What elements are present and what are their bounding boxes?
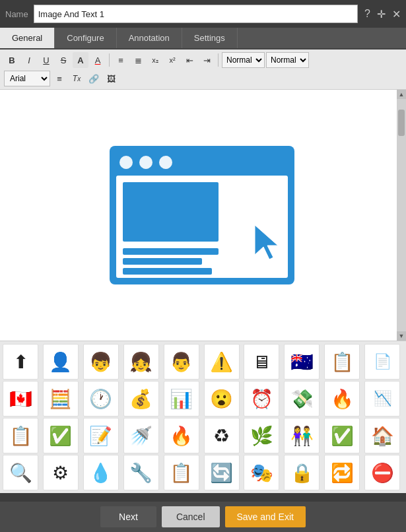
icon-checkmark[interactable]: ✅ bbox=[43, 418, 79, 453]
toolbar-row2: Arial ≡ Tx 🔗 🖼 bbox=[4, 71, 402, 86]
clear-format-button[interactable]: Tx bbox=[69, 71, 85, 86]
icon-leaf[interactable]: 🌿 bbox=[244, 418, 279, 453]
separator2 bbox=[218, 53, 219, 67]
svg-rect-8 bbox=[123, 268, 212, 275]
icon-calculator[interactable]: 🧮 bbox=[43, 381, 79, 416]
indent-left-button[interactable]: ⇤ bbox=[182, 52, 197, 68]
icon-doc2[interactable]: 📋 bbox=[164, 455, 199, 490]
icon-water[interactable]: 💧 bbox=[83, 455, 119, 490]
icon-clipboard[interactable]: 📋 bbox=[324, 344, 360, 380]
icon-person2[interactable]: 👦 bbox=[83, 344, 119, 380]
icon-face[interactable]: 😮 bbox=[204, 381, 240, 416]
icon-coins[interactable]: 💰 bbox=[123, 381, 159, 416]
icon-check-green[interactable]: ✅ bbox=[324, 418, 360, 453]
icon-search[interactable]: 🔍 bbox=[3, 455, 38, 490]
align-button[interactable]: ≡ bbox=[51, 71, 67, 86]
paragraph-style-select[interactable]: Normal bbox=[222, 52, 265, 68]
cancel-button[interactable]: Cancel bbox=[162, 506, 220, 527]
icon-theater[interactable]: 🎭 bbox=[244, 455, 279, 490]
icon-gear[interactable]: ⚙ bbox=[43, 455, 79, 490]
bold-button[interactable]: B bbox=[4, 52, 20, 68]
bottom-bar: Next Cancel Save and Exit bbox=[0, 502, 406, 532]
icon-house[interactable]: 🏠 bbox=[364, 418, 400, 453]
icon-notepad[interactable]: 📝 bbox=[83, 418, 119, 453]
tabs: General Configure Annotation Settings bbox=[0, 28, 406, 50]
editor-scrollbar[interactable]: ▲ ▼ bbox=[397, 90, 406, 341]
svg-point-3 bbox=[159, 156, 172, 169]
icon-person4[interactable]: 👨 bbox=[164, 344, 199, 380]
scroll-thumb[interactable] bbox=[398, 110, 405, 136]
slide-illustration bbox=[103, 139, 301, 291]
icon-upload[interactable]: ⬆ bbox=[3, 344, 38, 380]
icon-canada-flag[interactable]: 🇨🇦 bbox=[3, 381, 38, 416]
icon-tap[interactable]: 🚿 bbox=[123, 418, 159, 453]
toolbar: B I U S A A ≡ ≣ x₂ x² ⇤ ⇥ Normal Normal … bbox=[0, 50, 406, 90]
icon-people-pair[interactable]: 👫 bbox=[284, 418, 320, 453]
svg-rect-5 bbox=[123, 182, 219, 242]
icon-person1[interactable]: 👤 bbox=[43, 344, 79, 380]
save-exit-button[interactable]: Save and Exit bbox=[225, 506, 306, 527]
format-button[interactable]: A bbox=[73, 52, 88, 68]
icon-repeat[interactable]: 🔁 bbox=[324, 455, 360, 490]
icon-person3[interactable]: 👧 bbox=[123, 344, 159, 380]
icon-wrench[interactable]: 🔧 bbox=[123, 455, 159, 490]
icon-refresh[interactable]: 🔄 bbox=[204, 455, 240, 490]
icon-document[interactable]: 📄 bbox=[364, 344, 400, 380]
icon-checklist[interactable]: 📋 bbox=[3, 418, 38, 453]
toolbar-row1: B I U S A A ≡ ≣ x₂ x² ⇤ ⇥ Normal Normal bbox=[4, 52, 402, 68]
icon-grid: ⬆ 👤 👦 👧 👨 ⚠️ 🖥 🇦🇺 📋 📄 🇨🇦 🧮 🕐 💰 📊 😮 ⏰ 💸 🔥… bbox=[3, 344, 403, 490]
icon-warning[interactable]: ⚠️ bbox=[204, 344, 240, 380]
svg-point-1 bbox=[119, 156, 133, 169]
icon-timer[interactable]: ⏰ bbox=[244, 381, 279, 416]
insert-link-button[interactable]: 🔗 bbox=[86, 71, 102, 86]
insert-image-button[interactable]: 🖼 bbox=[103, 71, 119, 86]
icon-bar-chart-down[interactable]: 📉 bbox=[364, 381, 400, 416]
strikethrough-button[interactable]: S bbox=[55, 52, 71, 68]
icon-picker: ⬆ 👤 👦 👧 👨 ⚠️ 🖥 🇦🇺 📋 📄 🇨🇦 🧮 🕐 💰 📊 😮 ⏰ 💸 🔥… bbox=[0, 341, 406, 493]
editor-content bbox=[0, 90, 406, 341]
main-area: B I U S A A ≡ ≣ x₂ x² ⇤ ⇥ Normal Normal … bbox=[0, 50, 406, 493]
font-family-select[interactable]: Arial bbox=[4, 71, 50, 86]
icon-fire-green[interactable]: 🔥 bbox=[164, 418, 199, 453]
list-ul-button[interactable]: ≡ bbox=[113, 52, 129, 68]
close-icon[interactable]: ✕ bbox=[392, 8, 401, 20]
icon-computer[interactable]: 🖥 bbox=[244, 344, 279, 380]
icon-australia-flag[interactable]: 🇦🇺 bbox=[284, 344, 320, 380]
scroll-down-arrow[interactable]: ▼ bbox=[397, 331, 406, 341]
icon-stop[interactable]: ⛔ bbox=[364, 455, 400, 490]
subscript-button[interactable]: x₂ bbox=[147, 52, 163, 68]
scroll-up-arrow[interactable]: ▲ bbox=[397, 90, 406, 99]
icon-recycle[interactable]: ♻ bbox=[204, 418, 240, 453]
svg-rect-7 bbox=[123, 258, 202, 265]
separator1 bbox=[109, 53, 110, 67]
color-button[interactable]: A bbox=[90, 52, 106, 68]
title-bar: Name ? ✛ ✕ bbox=[0, 0, 406, 28]
help-icon[interactable]: ? bbox=[364, 8, 370, 20]
move-icon[interactable]: ✛ bbox=[377, 8, 386, 20]
icon-clock[interactable]: 🕐 bbox=[83, 381, 119, 416]
italic-button[interactable]: I bbox=[21, 52, 37, 68]
tab-configure[interactable]: Configure bbox=[55, 28, 116, 48]
icon-fire-orange[interactable]: 🔥 bbox=[324, 381, 360, 416]
font-size-select[interactable]: Normal bbox=[266, 52, 309, 68]
list-ol-button[interactable]: ≣ bbox=[130, 52, 146, 68]
icon-lock[interactable]: 🔒 bbox=[284, 455, 320, 490]
icon-money[interactable]: 💸 bbox=[284, 381, 320, 416]
underline-button[interactable]: U bbox=[38, 52, 54, 68]
title-icons: ? ✛ ✕ bbox=[364, 8, 401, 20]
tab-general[interactable]: General bbox=[0, 28, 55, 48]
editor-area[interactable]: ▲ ▼ bbox=[0, 90, 406, 341]
superscript-button[interactable]: x² bbox=[164, 52, 180, 68]
title-input[interactable] bbox=[34, 5, 358, 23]
tab-settings[interactable]: Settings bbox=[182, 28, 238, 48]
svg-rect-6 bbox=[123, 248, 219, 255]
indent-right-button[interactable]: ⇥ bbox=[199, 52, 215, 68]
tab-annotation[interactable]: Annotation bbox=[117, 28, 182, 48]
icon-chart[interactable]: 📊 bbox=[164, 381, 199, 416]
name-label: Name bbox=[5, 9, 28, 19]
svg-point-2 bbox=[139, 156, 152, 169]
next-button[interactable]: Next bbox=[100, 506, 156, 527]
